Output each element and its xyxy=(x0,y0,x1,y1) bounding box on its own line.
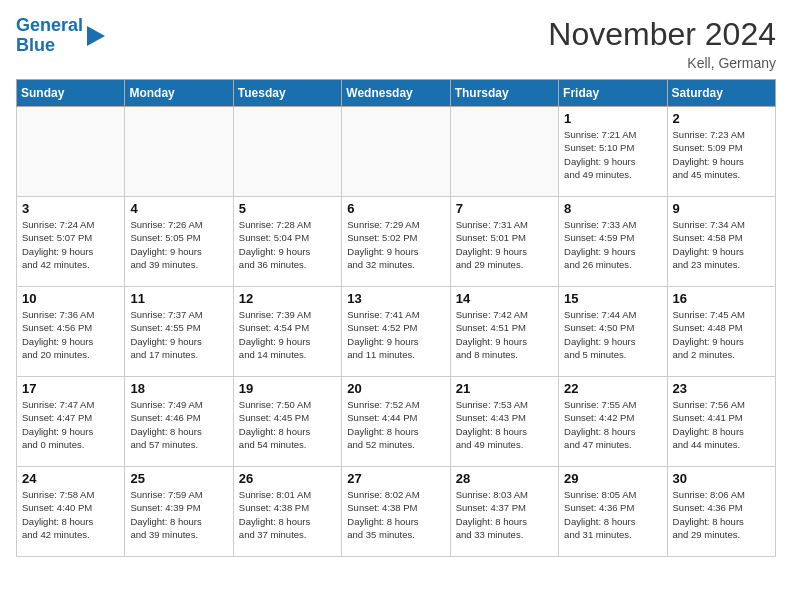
calendar-cell: 30Sunrise: 8:06 AM Sunset: 4:36 PM Dayli… xyxy=(667,467,775,557)
svg-marker-0 xyxy=(87,26,105,46)
calendar-cell: 4Sunrise: 7:26 AM Sunset: 5:05 PM Daylig… xyxy=(125,197,233,287)
weekday-header-row: SundayMondayTuesdayWednesdayThursdayFrid… xyxy=(17,80,776,107)
page-header: General Blue November 2024 Kell, Germany xyxy=(16,16,776,71)
day-number: 13 xyxy=(347,291,444,306)
weekday-header-sunday: Sunday xyxy=(17,80,125,107)
day-number: 16 xyxy=(673,291,770,306)
day-detail: Sunrise: 8:01 AM Sunset: 4:38 PM Dayligh… xyxy=(239,488,336,541)
day-number: 19 xyxy=(239,381,336,396)
day-number: 18 xyxy=(130,381,227,396)
calendar-cell: 25Sunrise: 7:59 AM Sunset: 4:39 PM Dayli… xyxy=(125,467,233,557)
day-detail: Sunrise: 7:36 AM Sunset: 4:56 PM Dayligh… xyxy=(22,308,119,361)
title-area: November 2024 Kell, Germany xyxy=(548,16,776,71)
calendar-cell: 29Sunrise: 8:05 AM Sunset: 4:36 PM Dayli… xyxy=(559,467,667,557)
day-number: 9 xyxy=(673,201,770,216)
calendar-header: SundayMondayTuesdayWednesdayThursdayFrid… xyxy=(17,80,776,107)
calendar-week-4: 17Sunrise: 7:47 AM Sunset: 4:47 PM Dayli… xyxy=(17,377,776,467)
calendar-cell: 19Sunrise: 7:50 AM Sunset: 4:45 PM Dayli… xyxy=(233,377,341,467)
day-detail: Sunrise: 7:31 AM Sunset: 5:01 PM Dayligh… xyxy=(456,218,553,271)
calendar-cell: 11Sunrise: 7:37 AM Sunset: 4:55 PM Dayli… xyxy=(125,287,233,377)
logo-text-area: General Blue xyxy=(16,16,105,56)
day-number: 12 xyxy=(239,291,336,306)
day-number: 10 xyxy=(22,291,119,306)
calendar-cell: 16Sunrise: 7:45 AM Sunset: 4:48 PM Dayli… xyxy=(667,287,775,377)
day-number: 27 xyxy=(347,471,444,486)
calendar-cell: 26Sunrise: 8:01 AM Sunset: 4:38 PM Dayli… xyxy=(233,467,341,557)
day-detail: Sunrise: 7:45 AM Sunset: 4:48 PM Dayligh… xyxy=(673,308,770,361)
day-number: 4 xyxy=(130,201,227,216)
calendar-week-3: 10Sunrise: 7:36 AM Sunset: 4:56 PM Dayli… xyxy=(17,287,776,377)
calendar-cell: 10Sunrise: 7:36 AM Sunset: 4:56 PM Dayli… xyxy=(17,287,125,377)
weekday-header-wednesday: Wednesday xyxy=(342,80,450,107)
calendar-week-5: 24Sunrise: 7:58 AM Sunset: 4:40 PM Dayli… xyxy=(17,467,776,557)
day-detail: Sunrise: 7:44 AM Sunset: 4:50 PM Dayligh… xyxy=(564,308,661,361)
day-detail: Sunrise: 7:23 AM Sunset: 5:09 PM Dayligh… xyxy=(673,128,770,181)
day-number: 24 xyxy=(22,471,119,486)
day-detail: Sunrise: 7:58 AM Sunset: 4:40 PM Dayligh… xyxy=(22,488,119,541)
day-number: 29 xyxy=(564,471,661,486)
calendar-cell: 6Sunrise: 7:29 AM Sunset: 5:02 PM Daylig… xyxy=(342,197,450,287)
calendar-cell: 13Sunrise: 7:41 AM Sunset: 4:52 PM Dayli… xyxy=(342,287,450,377)
calendar-cell xyxy=(342,107,450,197)
day-detail: Sunrise: 7:50 AM Sunset: 4:45 PM Dayligh… xyxy=(239,398,336,451)
day-detail: Sunrise: 7:24 AM Sunset: 5:07 PM Dayligh… xyxy=(22,218,119,271)
day-number: 17 xyxy=(22,381,119,396)
month-title: November 2024 xyxy=(548,16,776,53)
day-detail: Sunrise: 7:53 AM Sunset: 4:43 PM Dayligh… xyxy=(456,398,553,451)
calendar-week-1: 1Sunrise: 7:21 AM Sunset: 5:10 PM Daylig… xyxy=(17,107,776,197)
calendar-cell: 21Sunrise: 7:53 AM Sunset: 4:43 PM Dayli… xyxy=(450,377,558,467)
day-detail: Sunrise: 7:56 AM Sunset: 4:41 PM Dayligh… xyxy=(673,398,770,451)
day-number: 3 xyxy=(22,201,119,216)
day-number: 5 xyxy=(239,201,336,216)
day-number: 8 xyxy=(564,201,661,216)
calendar-table: SundayMondayTuesdayWednesdayThursdayFrid… xyxy=(16,79,776,557)
day-detail: Sunrise: 7:47 AM Sunset: 4:47 PM Dayligh… xyxy=(22,398,119,451)
day-number: 23 xyxy=(673,381,770,396)
calendar-cell xyxy=(450,107,558,197)
calendar-cell: 24Sunrise: 7:58 AM Sunset: 4:40 PM Dayli… xyxy=(17,467,125,557)
calendar-cell: 18Sunrise: 7:49 AM Sunset: 4:46 PM Dayli… xyxy=(125,377,233,467)
weekday-header-tuesday: Tuesday xyxy=(233,80,341,107)
calendar-cell: 3Sunrise: 7:24 AM Sunset: 5:07 PM Daylig… xyxy=(17,197,125,287)
day-detail: Sunrise: 7:37 AM Sunset: 4:55 PM Dayligh… xyxy=(130,308,227,361)
day-detail: Sunrise: 8:05 AM Sunset: 4:36 PM Dayligh… xyxy=(564,488,661,541)
weekday-header-friday: Friday xyxy=(559,80,667,107)
calendar-cell: 28Sunrise: 8:03 AM Sunset: 4:37 PM Dayli… xyxy=(450,467,558,557)
weekday-header-monday: Monday xyxy=(125,80,233,107)
calendar-cell: 5Sunrise: 7:28 AM Sunset: 5:04 PM Daylig… xyxy=(233,197,341,287)
day-detail: Sunrise: 7:26 AM Sunset: 5:05 PM Dayligh… xyxy=(130,218,227,271)
day-number: 20 xyxy=(347,381,444,396)
day-number: 25 xyxy=(130,471,227,486)
logo-general: General xyxy=(16,15,83,35)
calendar-cell: 1Sunrise: 7:21 AM Sunset: 5:10 PM Daylig… xyxy=(559,107,667,197)
day-detail: Sunrise: 7:59 AM Sunset: 4:39 PM Dayligh… xyxy=(130,488,227,541)
day-number: 22 xyxy=(564,381,661,396)
calendar-cell xyxy=(233,107,341,197)
day-number: 15 xyxy=(564,291,661,306)
day-number: 7 xyxy=(456,201,553,216)
day-number: 30 xyxy=(673,471,770,486)
logo-arrow-icon xyxy=(87,26,105,46)
day-detail: Sunrise: 7:39 AM Sunset: 4:54 PM Dayligh… xyxy=(239,308,336,361)
calendar-cell: 15Sunrise: 7:44 AM Sunset: 4:50 PM Dayli… xyxy=(559,287,667,377)
day-detail: Sunrise: 7:42 AM Sunset: 4:51 PM Dayligh… xyxy=(456,308,553,361)
day-detail: Sunrise: 8:03 AM Sunset: 4:37 PM Dayligh… xyxy=(456,488,553,541)
calendar-cell xyxy=(17,107,125,197)
day-detail: Sunrise: 7:55 AM Sunset: 4:42 PM Dayligh… xyxy=(564,398,661,451)
logo-blue-text: Blue xyxy=(16,35,55,55)
day-detail: Sunrise: 7:52 AM Sunset: 4:44 PM Dayligh… xyxy=(347,398,444,451)
day-number: 28 xyxy=(456,471,553,486)
calendar-body: 1Sunrise: 7:21 AM Sunset: 5:10 PM Daylig… xyxy=(17,107,776,557)
day-detail: Sunrise: 7:49 AM Sunset: 4:46 PM Dayligh… xyxy=(130,398,227,451)
calendar-cell: 20Sunrise: 7:52 AM Sunset: 4:44 PM Dayli… xyxy=(342,377,450,467)
calendar-cell: 12Sunrise: 7:39 AM Sunset: 4:54 PM Dayli… xyxy=(233,287,341,377)
calendar-cell: 9Sunrise: 7:34 AM Sunset: 4:58 PM Daylig… xyxy=(667,197,775,287)
weekday-header-saturday: Saturday xyxy=(667,80,775,107)
day-detail: Sunrise: 7:33 AM Sunset: 4:59 PM Dayligh… xyxy=(564,218,661,271)
day-number: 1 xyxy=(564,111,661,126)
calendar-cell: 23Sunrise: 7:56 AM Sunset: 4:41 PM Dayli… xyxy=(667,377,775,467)
day-number: 6 xyxy=(347,201,444,216)
day-detail: Sunrise: 8:06 AM Sunset: 4:36 PM Dayligh… xyxy=(673,488,770,541)
day-number: 21 xyxy=(456,381,553,396)
calendar-cell: 17Sunrise: 7:47 AM Sunset: 4:47 PM Dayli… xyxy=(17,377,125,467)
